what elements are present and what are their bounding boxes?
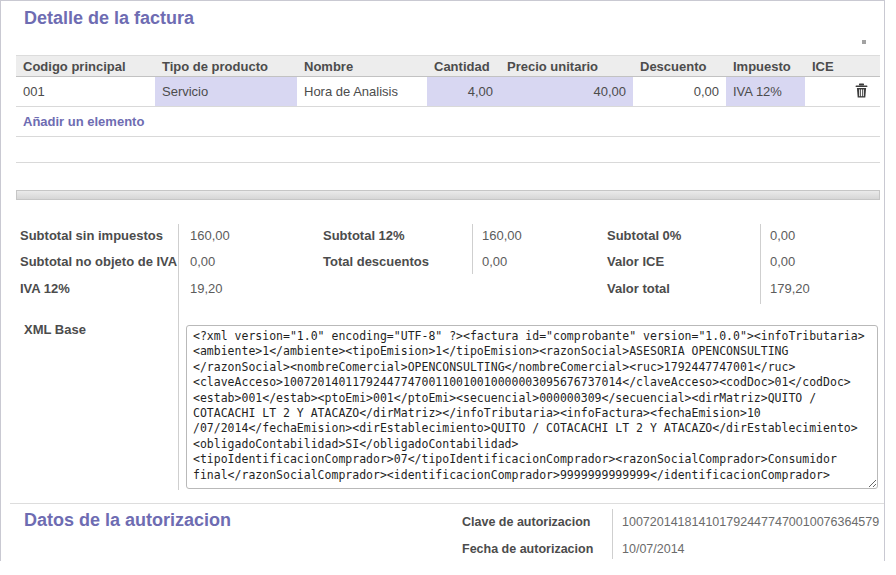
- list-footer-band: [16, 190, 880, 200]
- label-subtotal-0: Subtotal 0%: [607, 228, 681, 243]
- cell-nombre[interactable]: Hora de Analisis: [297, 77, 427, 107]
- col-header-impuesto[interactable]: Impuesto: [726, 56, 805, 77]
- value-clave-autorizacion: 1007201418141017924477470010076364579: [622, 515, 879, 529]
- cell-tipo-de-producto[interactable]: Servicio: [155, 77, 297, 107]
- section-divider: [10, 503, 884, 504]
- cell-cantidad[interactable]: 4,00: [427, 77, 500, 107]
- value-valor-total: 179,20: [770, 281, 810, 296]
- label-subtotal-12: Subtotal 12%: [323, 228, 405, 243]
- value-subtotal-sin-impuestos: 160,00: [190, 228, 230, 243]
- col-header-actions: [843, 56, 880, 77]
- label-fecha-autorizacion: Fecha de autorizacion: [462, 542, 593, 556]
- delete-line-button[interactable]: [855, 83, 868, 98]
- value-valor-ice: 0,00: [770, 254, 795, 269]
- xml-base-label: XML Base: [24, 322, 86, 337]
- add-element-link[interactable]: Añadir un elemento: [16, 107, 880, 137]
- label-valor-ice: Valor ICE: [607, 254, 664, 269]
- col-header-ice[interactable]: ICE: [805, 56, 843, 77]
- cell-descuento[interactable]: 0,00: [633, 77, 726, 107]
- cell-ice[interactable]: [805, 77, 843, 107]
- invoice-line-row: 001 Servicio Hora de Analisis 4,00 40,00…: [16, 77, 880, 107]
- empty-row: [16, 137, 880, 163]
- section-title-invoice-detail: Detalle de la factura: [24, 8, 194, 29]
- trash-icon: [855, 83, 868, 98]
- value-subtotal-12: 160,00: [482, 228, 522, 243]
- label-subtotal-no-objeto-iva: Subtotal no objeto de IVA: [20, 254, 177, 269]
- label-total-descuentos: Total descuentos: [323, 254, 429, 269]
- value-total-descuentos: 0,00: [482, 254, 507, 269]
- col-header-descuento[interactable]: Descuento: [633, 56, 726, 77]
- section-title-authorization: Datos de la autorizacion: [24, 510, 231, 531]
- totals-middle-separator: [472, 224, 473, 274]
- label-iva-12: IVA 12%: [20, 281, 70, 296]
- label-subtotal-sin-impuestos: Subtotal sin impuestos: [20, 228, 163, 243]
- col-header-tipo-de-producto[interactable]: Tipo de producto: [155, 56, 297, 77]
- auth-separator: [612, 509, 613, 559]
- col-header-cantidad[interactable]: Cantidad: [427, 56, 500, 77]
- table-header-row: Codigo principal Tipo de producto Nombre…: [16, 56, 880, 77]
- value-subtotal-no-objeto-iva: 0,00: [190, 254, 215, 269]
- label-valor-total: Valor total: [607, 281, 670, 296]
- label-clave-autorizacion: Clave de autorizacion: [462, 515, 591, 529]
- cell-impuesto[interactable]: IVA 12%: [726, 77, 805, 107]
- cell-codigo-principal[interactable]: 001: [16, 77, 155, 107]
- totals-left-separator: [178, 224, 179, 490]
- col-header-codigo-principal[interactable]: Codigo principal: [16, 56, 155, 77]
- invoice-form-page: Detalle de la factura Codigo principal T…: [0, 0, 896, 575]
- col-header-precio-unitario[interactable]: Precio unitario: [500, 56, 633, 77]
- xml-base-textarea[interactable]: <?xml version="1.0" encoding="UTF-8" ?><…: [186, 325, 878, 489]
- empty-row: [16, 163, 880, 188]
- value-iva-12: 19,20: [190, 281, 223, 296]
- add-element-row: Añadir un elemento: [16, 107, 880, 137]
- value-fecha-autorizacion: 10/07/2014: [622, 542, 685, 556]
- column-options-handle[interactable]: [862, 40, 866, 44]
- cell-precio-unitario[interactable]: 40,00: [500, 77, 633, 107]
- invoice-lines-table: Codigo principal Tipo de producto Nombre…: [16, 55, 880, 188]
- totals-right-separator: [760, 224, 761, 304]
- col-header-nombre[interactable]: Nombre: [297, 56, 427, 77]
- cell-delete: [843, 77, 880, 107]
- value-subtotal-0: 0,00: [770, 228, 795, 243]
